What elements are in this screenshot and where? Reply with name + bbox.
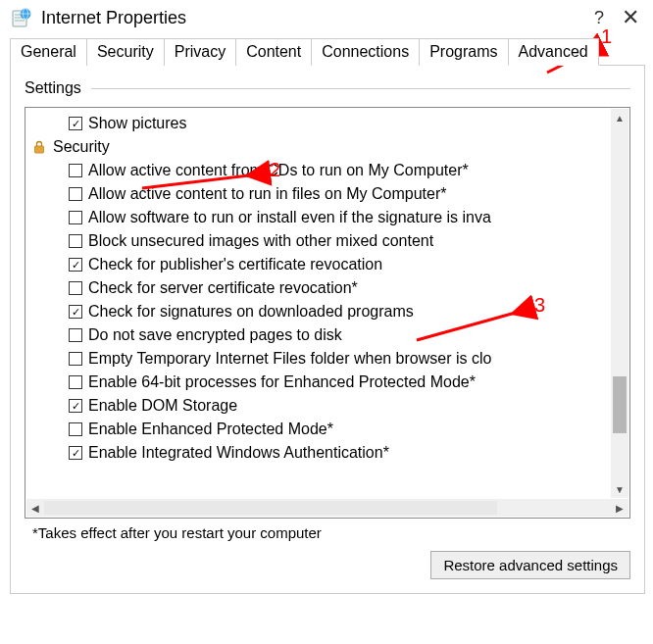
horizontal-scroll-track[interactable]: [44, 499, 611, 517]
scroll-up-arrow-icon[interactable]: ▲: [611, 109, 628, 126]
tab-strip: General Security Privacy Content Connect…: [0, 37, 653, 65]
horizontal-scrollbar[interactable]: ◀ ▶: [26, 499, 628, 517]
settings-item-label: Allow active content to run in files on …: [88, 182, 447, 206]
group-divider: [91, 88, 630, 89]
tab-connections[interactable]: Connections: [311, 38, 420, 66]
settings-item[interactable]: Check for signatures on downloaded progr…: [51, 300, 610, 323]
settings-item-label: Show pictures: [88, 112, 187, 135]
settings-item[interactable]: Allow active content to run in files on …: [51, 182, 610, 206]
settings-item-label: Enable Enhanced Protected Mode*: [88, 418, 333, 441]
checkbox[interactable]: [69, 164, 82, 177]
settings-item[interactable]: Show pictures: [51, 112, 610, 135]
checkbox[interactable]: [69, 305, 82, 319]
settings-item[interactable]: Do not save encrypted pages to disk: [51, 323, 610, 347]
settings-group-title: Settings: [25, 79, 81, 97]
vertical-scroll-track[interactable]: [611, 126, 628, 480]
tab-programs[interactable]: Programs: [419, 38, 508, 66]
scroll-left-arrow-icon[interactable]: ◀: [26, 503, 44, 514]
settings-item[interactable]: Allow active content from CDs to run on …: [51, 159, 610, 182]
close-button[interactable]: ✕: [622, 7, 639, 28]
checkbox[interactable]: [69, 211, 82, 224]
checkbox[interactable]: [69, 375, 82, 389]
vertical-scroll-thumb[interactable]: [613, 376, 627, 433]
window-title: Internet Properties: [41, 8, 586, 28]
settings-item-label: Enable 64-bit processes for Enhanced Pro…: [88, 371, 476, 394]
horizontal-scroll-thumb[interactable]: [44, 501, 497, 515]
checkbox[interactable]: [69, 258, 82, 272]
settings-category: Security: [51, 135, 610, 159]
settings-item-label: Empty Temporary Internet Files folder wh…: [88, 347, 491, 371]
checkbox[interactable]: [69, 234, 82, 248]
svg-rect-7: [35, 146, 44, 153]
titlebar: Internet Properties ? ✕: [0, 0, 653, 37]
checkbox[interactable]: [69, 352, 82, 366]
scroll-down-arrow-icon[interactable]: ▼: [611, 480, 628, 498]
help-button[interactable]: ?: [594, 9, 604, 26]
checkbox[interactable]: [69, 328, 82, 342]
settings-item[interactable]: Enable Integrated Windows Authentication…: [51, 441, 610, 465]
settings-item-label: Security: [53, 135, 110, 159]
tab-content[interactable]: Content: [235, 38, 312, 66]
settings-item[interactable]: Enable 64-bit processes for Enhanced Pro…: [51, 371, 610, 394]
settings-item[interactable]: Check for server certificate revocation*: [51, 276, 610, 300]
settings-item-label: Allow active content from CDs to run on …: [88, 159, 469, 182]
internet-options-icon: [10, 6, 33, 29]
settings-item-label: Block unsecured images with other mixed …: [88, 229, 433, 253]
settings-item[interactable]: Enable DOM Storage: [51, 394, 610, 418]
vertical-scrollbar[interactable]: ▲ ▼: [611, 109, 628, 498]
checkbox[interactable]: [69, 281, 82, 295]
settings-item-label: Check for server certificate revocation*: [88, 276, 358, 300]
tab-privacy[interactable]: Privacy: [164, 38, 236, 66]
tab-general[interactable]: General: [10, 38, 87, 66]
settings-item-label: Enable DOM Storage: [88, 394, 237, 418]
settings-item[interactable]: Check for publisher's certificate revoca…: [51, 253, 610, 276]
tab-security[interactable]: Security: [86, 38, 165, 66]
settings-item-label: Enable Integrated Windows Authentication…: [88, 441, 389, 465]
settings-item-label: Do not save encrypted pages to disk: [88, 323, 342, 347]
settings-item-label: Check for publisher's certificate revoca…: [88, 253, 382, 276]
checkbox[interactable]: [69, 187, 82, 201]
settings-item[interactable]: Enable Enhanced Protected Mode*: [51, 418, 610, 441]
settings-item[interactable]: Empty Temporary Internet Files folder wh…: [51, 347, 610, 371]
checkbox[interactable]: [69, 117, 82, 130]
settings-tree: Show picturesSecurityAllow active conten…: [25, 107, 630, 519]
settings-item-label: Allow software to run or install even if…: [88, 206, 491, 229]
advanced-panel: Settings Show picturesSecurityAllow acti…: [10, 65, 645, 594]
settings-item[interactable]: Block unsecured images with other mixed …: [51, 229, 610, 253]
lock-icon: [31, 139, 47, 155]
settings-item[interactable]: Allow software to run or install even if…: [51, 206, 610, 229]
scroll-right-arrow-icon[interactable]: ▶: [611, 503, 628, 514]
restore-advanced-button[interactable]: Restore advanced settings: [430, 551, 630, 579]
checkbox[interactable]: [69, 446, 82, 460]
settings-item-label: Check for signatures on downloaded progr…: [88, 300, 414, 323]
checkbox[interactable]: [69, 399, 82, 413]
checkbox[interactable]: [69, 422, 82, 436]
restart-footnote: *Takes effect after you restart your com…: [25, 519, 630, 551]
tab-advanced[interactable]: Advanced: [508, 38, 599, 66]
